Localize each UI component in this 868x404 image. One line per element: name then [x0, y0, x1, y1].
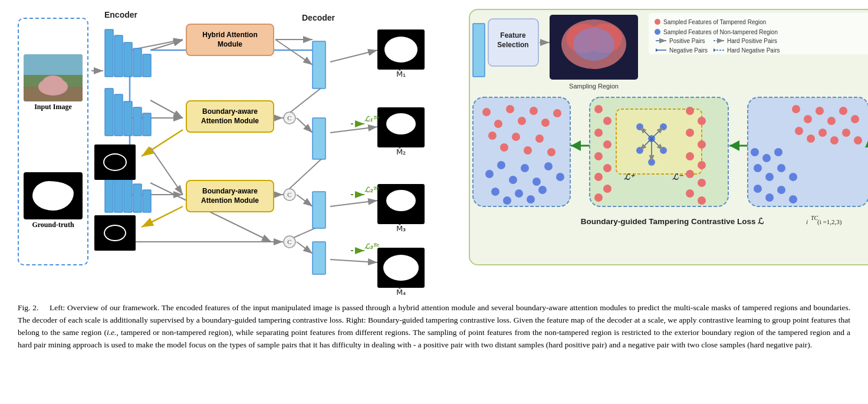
svg-line-6 — [150, 40, 183, 50]
svg-line-19 — [275, 40, 313, 65]
svg-text:M̂₂: M̂₂ — [396, 147, 406, 156]
input-image-label: Input Image — [34, 103, 72, 111]
svg-line-21 — [283, 86, 324, 118]
right-outer-box — [469, 9, 868, 265]
svg-rect-56 — [313, 41, 326, 88]
svg-rect-58 — [313, 192, 326, 228]
svg-rect-48 — [124, 101, 132, 136]
svg-line-23 — [330, 127, 377, 133]
svg-rect-65 — [377, 107, 425, 147]
svg-line-28 — [297, 242, 313, 254]
boundary-module-1: Boundary-aware Attention Module — [186, 100, 274, 133]
svg-text:M̂₁: M̂₁ — [396, 70, 406, 78]
svg-line-7 — [150, 100, 183, 118]
svg-rect-45 — [143, 54, 151, 77]
svg-text:ℒ₂ᵀᶜ: ℒ₂ᵀᶜ — [364, 186, 380, 194]
svg-rect-44 — [133, 48, 142, 77]
svg-text:C: C — [287, 238, 291, 245]
svg-point-69 — [386, 190, 416, 211]
boundary-module-1-label: Boundary-aware Attention Module — [201, 107, 259, 126]
svg-line-25 — [297, 195, 313, 206]
svg-text:ℒ₁ᵀᶜ: ℒ₁ᵀᶜ — [364, 115, 380, 123]
svg-rect-59 — [313, 242, 326, 274]
svg-point-72 — [383, 255, 419, 281]
svg-line-26 — [330, 201, 377, 206]
figure-area: C C C — [12, 6, 856, 295]
svg-text:ℒ₃ᵀᶜ: ℒ₃ᵀᶜ — [364, 242, 380, 251]
chat1-img — [94, 144, 136, 180]
svg-line-24 — [283, 156, 324, 195]
svg-point-82 — [47, 77, 53, 84]
svg-line-8 — [150, 147, 183, 195]
caption-text: Left: Overview of our framework. The enc… — [18, 303, 850, 349]
svg-point-81 — [42, 75, 64, 90]
boundary-module-2: Boundary-aware Attention Module — [186, 180, 274, 212]
svg-text:Encoder: Encoder — [104, 10, 138, 19]
chat2-container: Ĉ₂ — [94, 215, 103, 226]
svg-rect-47 — [114, 94, 123, 136]
svg-line-29 — [330, 260, 377, 262]
caption: Fig. 2. Left: Overview of our framework.… — [12, 302, 856, 352]
svg-rect-53 — [124, 178, 132, 212]
fig-label: Fig. 2. — [18, 303, 38, 312]
svg-rect-46 — [105, 88, 113, 136]
svg-point-63 — [384, 37, 417, 63]
svg-rect-49 — [133, 107, 142, 136]
svg-text:C: C — [287, 191, 291, 198]
svg-text:Decoder: Decoder — [302, 13, 336, 22]
svg-rect-41 — [105, 29, 113, 77]
input-photo — [24, 54, 83, 101]
svg-point-37 — [284, 189, 295, 201]
svg-rect-57 — [313, 118, 326, 159]
svg-rect-62 — [377, 29, 425, 70]
svg-rect-68 — [377, 184, 425, 224]
svg-rect-50 — [143, 113, 151, 136]
svg-line-31 — [142, 206, 183, 227]
svg-rect-71 — [377, 248, 425, 288]
svg-point-83 — [53, 77, 59, 84]
hybrid-attention-module: Hybrid Attention Module — [186, 24, 274, 56]
chat2-img — [94, 215, 136, 251]
svg-line-22 — [297, 118, 313, 133]
svg-point-35 — [284, 112, 295, 124]
ground-truth-img — [24, 172, 83, 219]
svg-rect-55 — [143, 190, 151, 212]
input-box: Input Image Ground-truth — [18, 18, 88, 265]
svg-line-27 — [284, 224, 324, 242]
svg-rect-43 — [124, 42, 132, 77]
svg-point-66 — [386, 113, 416, 134]
chat1-container: Ĉ₁ — [94, 144, 103, 155]
page-container: C C C — [0, 0, 868, 357]
svg-text:C: C — [287, 114, 291, 121]
svg-line-15 — [130, 40, 183, 50]
svg-line-20 — [330, 50, 377, 62]
ground-truth-label: Ground-truth — [32, 221, 74, 229]
svg-point-39 — [284, 236, 295, 248]
svg-text:M̂₄: M̂₄ — [396, 288, 406, 295]
left-diagram: C C C — [12, 6, 460, 295]
svg-line-30 — [142, 130, 183, 156]
svg-text:M̂₃: M̂₃ — [396, 224, 406, 233]
svg-rect-54 — [133, 184, 142, 212]
right-diagram: Feature Selection Sampling Region — [466, 6, 868, 295]
boundary-module-2-label: Boundary-aware Attention Module — [201, 187, 259, 205]
hybrid-module-label: Hybrid Attention Module — [202, 31, 258, 49]
svg-rect-42 — [114, 35, 123, 77]
